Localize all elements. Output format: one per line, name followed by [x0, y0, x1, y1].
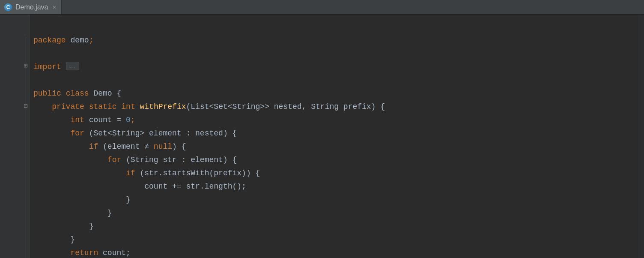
close-icon[interactable]: × [51, 3, 56, 11]
kw-public: public [33, 89, 61, 98]
file-tab-label: Demo.java [15, 3, 48, 11]
brace-close: } [70, 235, 75, 244]
indent [33, 182, 144, 191]
indent [33, 156, 107, 164]
kw-for: for [70, 129, 84, 138]
indent [33, 169, 126, 177]
indent [33, 102, 52, 111]
kw-class: class [66, 89, 89, 98]
code-editor[interactable]: ⊞ ⊟ package demo; import … public class … [0, 15, 644, 258]
file-tab[interactable]: C Demo.java × [0, 0, 62, 14]
semicolon: ; [89, 36, 94, 45]
fold-guide [26, 37, 26, 258]
fold-collapse-icon[interactable]: ⊟ [23, 103, 29, 109]
fold-expand-icon[interactable]: ⊞ [23, 63, 29, 69]
kw-if: if [126, 169, 135, 177]
kw-null: null [154, 142, 172, 151]
code-text: (element ≠ [98, 142, 154, 151]
method-name: withPrefix [140, 102, 186, 111]
kw-static: static [89, 102, 117, 111]
scrollbar[interactable] [638, 15, 644, 258]
indent [33, 116, 70, 124]
kw-if: if [89, 142, 98, 151]
code-text: (String str : element) { [121, 156, 237, 164]
kw-import: import [33, 63, 61, 71]
brace-close: } [89, 222, 94, 231]
kw-int: int [70, 116, 84, 124]
kw-return: return [70, 249, 98, 257]
indent [33, 209, 107, 217]
folded-imports[interactable]: … [66, 62, 79, 70]
code-area[interactable]: package demo; import … public class Demo… [30, 15, 385, 258]
method-args: (List<Set<String>> nested, String prefix… [186, 102, 385, 111]
code-text: count; [98, 249, 131, 257]
kw-package: package [33, 36, 66, 45]
kw-int: int [121, 102, 135, 111]
editor-tabbar: C Demo.java × [0, 0, 644, 15]
brace-close: } [107, 209, 112, 217]
indent [33, 235, 70, 244]
package-name: demo [70, 36, 89, 45]
indent [33, 195, 126, 204]
number-literal: 0 [126, 116, 131, 124]
kw-private: private [52, 102, 84, 111]
brace-open: { [112, 89, 122, 98]
indent [33, 142, 89, 151]
indent [33, 222, 89, 231]
indent [33, 129, 70, 138]
brace-close: } [126, 195, 131, 204]
code-text: ) { [172, 142, 186, 151]
kw-for: for [107, 156, 121, 164]
code-text: count += str.length(); [144, 182, 246, 191]
java-class-icon: C [4, 3, 12, 11]
code-text: count = [84, 116, 126, 124]
gutter: ⊞ ⊟ [0, 15, 30, 258]
code-text: (Set<String> element : nested) { [84, 129, 237, 138]
indent [33, 249, 70, 257]
semicolon: ; [131, 116, 135, 124]
code-text: (str.startsWith(prefix)) { [135, 169, 260, 177]
class-name: Demo [93, 89, 112, 98]
